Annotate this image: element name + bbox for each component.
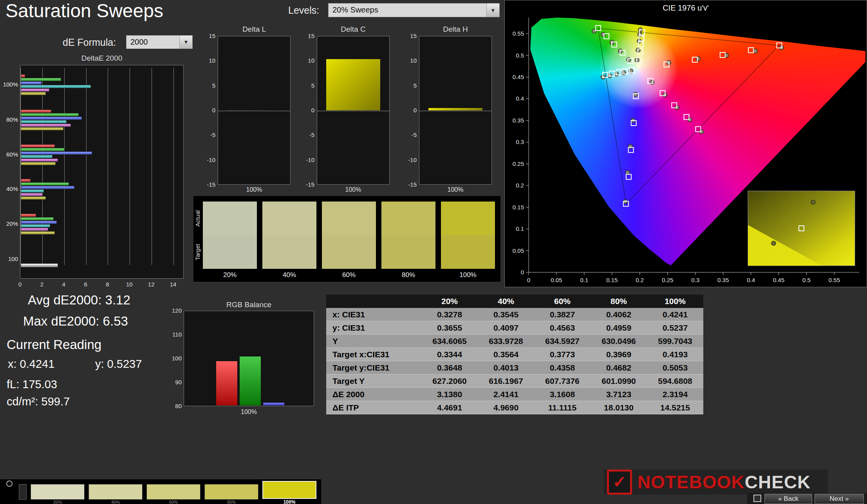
- swatch-row-label: Target: [194, 235, 201, 269]
- table-cell: 0.3564: [478, 348, 534, 361]
- gridline: [108, 68, 108, 265]
- x-tick-label: 6: [80, 281, 91, 288]
- x-tick-label: 0.3: [691, 277, 699, 283]
- levels-value: 20% Sweeps: [329, 4, 486, 17]
- x-tick-label: 4: [58, 281, 69, 288]
- plot-area: [20, 65, 184, 279]
- x-tick-label: 0.2: [636, 277, 644, 283]
- bar-cyan: [21, 189, 44, 193]
- table-header-cell: 100%: [647, 295, 703, 308]
- x-axis-label: 100%: [317, 186, 390, 193]
- y-tick-label: -15: [198, 181, 215, 188]
- strip-swatch-40%[interactable]: [89, 484, 143, 500]
- window-restore-icon[interactable]: [753, 495, 761, 502]
- table-cell: 0.5237: [647, 321, 703, 334]
- y-tick-label: -5: [399, 131, 417, 138]
- saturation-table: 20%40%60%80%100%x: CIE310.32780.35450.38…: [326, 295, 703, 414]
- y-group-label: 60%: [0, 151, 18, 158]
- deltae2000-chart: DeltaE 200002468101214100%80%60%40%20%10…: [0, 54, 185, 290]
- strip-swatch-60%[interactable]: [146, 484, 200, 500]
- x-tick-label: 0.35: [717, 277, 729, 283]
- back-button[interactable]: « Back: [764, 494, 812, 504]
- brand-check: CHECK: [745, 472, 811, 492]
- spectral-locus: [529, 16, 865, 272]
- y-group-label: 80%: [0, 116, 18, 123]
- levels-dropdown[interactable]: 20% Sweeps ▼: [328, 3, 500, 17]
- y-tick-label: 5: [297, 82, 314, 89]
- plot-area: [218, 36, 291, 185]
- table-cell: 0.5053: [647, 361, 703, 374]
- strip-swatch-label: 100%: [262, 499, 316, 504]
- bar-white: [21, 263, 58, 267]
- chart-title: RGB Balance: [184, 301, 314, 309]
- swatch-comparison-panel: ActualTarget20%40%60%80%100%: [193, 196, 500, 282]
- row-label: Y: [326, 335, 421, 347]
- x-tick-label: 0.5: [802, 277, 811, 283]
- table-cell: 633.9728: [478, 335, 534, 347]
- table-cell: 3.7123: [591, 388, 647, 401]
- de-formula-value: 2000: [126, 36, 179, 49]
- bar-magenta: [21, 158, 58, 162]
- bar-magenta: [21, 193, 43, 196]
- table-cell: 627.2060: [421, 374, 478, 387]
- target-swatch: [322, 235, 376, 269]
- de-formula-label: dE Formula:: [63, 37, 116, 48]
- chart-title: CIE 1976 u'v': [505, 4, 867, 13]
- delta-l-chart: Delta L151050-5-10-15100%: [197, 25, 292, 196]
- check-icon: ✓: [612, 474, 626, 490]
- de-formula-dropdown[interactable]: 2000 ▼: [126, 35, 193, 49]
- table-cell: 0.4062: [591, 308, 647, 321]
- strip-swatch-100%[interactable]: [262, 481, 316, 499]
- table-row: ΔE 20003.13802.41413.16083.71232.3194: [326, 388, 703, 401]
- delta-bar: [428, 108, 483, 111]
- y-tick-label: 0: [399, 107, 417, 113]
- row-label: y: CIE31: [326, 321, 421, 334]
- table-cell: 0.4193: [647, 348, 703, 361]
- bar-red: [216, 361, 238, 406]
- x-axis-label: 100%: [184, 409, 314, 416]
- swatch-level-label: 100%: [441, 271, 495, 279]
- bar-cyan: [21, 224, 50, 227]
- table-cell: 0.4563: [534, 321, 591, 334]
- notebookcheck-logo: ✓: [607, 470, 632, 495]
- y-tick-label: 80: [163, 403, 182, 409]
- y-tick-label: -15: [297, 181, 314, 188]
- table-header-row: 20%40%60%80%100%: [326, 295, 703, 308]
- strip-swatch-label: 20%: [31, 500, 85, 504]
- current-x-value: x: 0.4241: [8, 358, 54, 371]
- row-label: Target Y: [326, 374, 421, 387]
- next-button[interactable]: Next »: [815, 494, 864, 504]
- table-cell: 0.4959: [591, 321, 647, 334]
- y-tick-label: 0.05: [513, 247, 524, 254]
- swatch-level-label: 80%: [381, 271, 435, 279]
- y-tick-label: -5: [297, 131, 314, 138]
- zero-line: [419, 111, 491, 111]
- row-label: x: CIE31: [326, 308, 421, 321]
- gridline: [42, 68, 43, 265]
- y-tick-label: 15: [198, 32, 215, 39]
- target-swatch: [381, 235, 435, 269]
- strip-swatch-80%[interactable]: [204, 484, 258, 500]
- table-row: Target x:CIE310.33440.35640.37730.39690.…: [326, 348, 703, 361]
- table-cell: 3.1380: [421, 388, 478, 401]
- strip-swatch-20%[interactable]: [31, 484, 85, 500]
- chart-title: Delta H: [419, 25, 492, 34]
- x-tick-label: 12: [146, 281, 157, 288]
- table-cell: 0.3545: [478, 308, 534, 321]
- plot-area: [317, 36, 390, 185]
- avg-de2000-reading: Avg dE2000: 3.12: [28, 293, 130, 308]
- gridline: [173, 68, 174, 265]
- gridline: [152, 68, 152, 265]
- row-label: Target y:CIE31: [326, 361, 421, 374]
- table-cell: 0.4013: [478, 361, 534, 374]
- table-cell: 18.0130: [591, 401, 647, 414]
- table-cell: 0.3827: [534, 308, 591, 321]
- y-tick-label: -10: [399, 157, 417, 163]
- table-cell: 0.3278: [421, 308, 478, 321]
- delta-bar: [326, 59, 381, 111]
- table-header-cell: [326, 295, 421, 308]
- actual-swatch: [262, 202, 316, 235]
- bar-red: [21, 110, 51, 113]
- strip-dark-tile[interactable]: [19, 484, 27, 500]
- y-tick-label: 110: [163, 331, 182, 338]
